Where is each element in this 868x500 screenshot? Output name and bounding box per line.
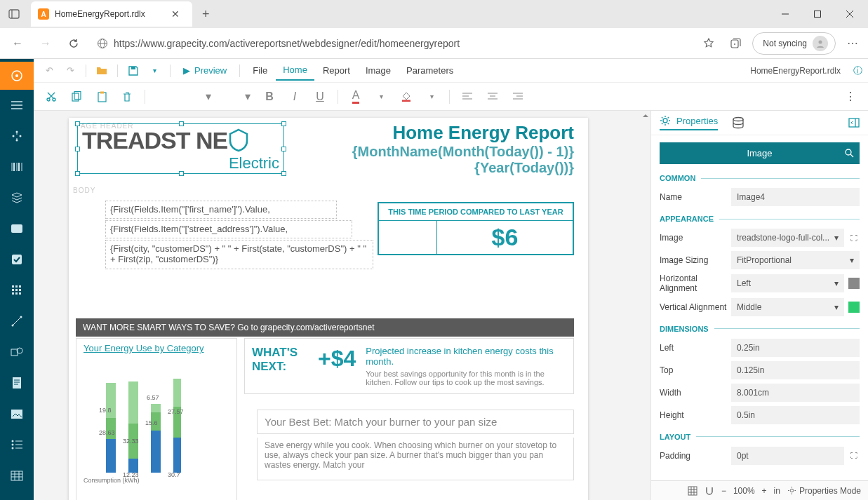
preview-button[interactable]: ▶ Preview [176,65,234,76]
prop-top-input[interactable]: 0.125in [731,361,860,379]
maximize-button[interactable] [802,3,833,25]
zoom-out-button[interactable]: − [721,486,726,496]
collections-icon[interactable] [726,34,745,53]
italic-icon[interactable]: I [284,87,305,107]
gear-icon [660,115,671,126]
rail-layers-icon[interactable] [0,182,34,213]
avatar-icon [813,36,828,51]
grid-toggle-icon[interactable] [688,486,697,496]
save-dropdown-icon[interactable]: ▾ [145,62,164,80]
fill-color-icon[interactable] [396,87,417,107]
font-size-dropdown[interactable]: ▾ [220,88,255,106]
chart-title: Your Energy Use by Category [76,339,236,358]
rail-hamburger-icon[interactable] [0,90,34,121]
svg-point-14 [15,74,18,77]
rail-card-icon[interactable] [0,213,34,244]
save-icon[interactable] [123,62,143,80]
menu-parameters[interactable]: Parameters [399,61,460,80]
rail-table-icon[interactable] [0,460,34,491]
tab-actions-icon[interactable] [3,3,25,25]
refresh-button[interactable] [62,33,86,54]
bold-icon[interactable]: B [259,87,280,107]
rail-image-icon[interactable] [0,398,34,429]
copy-icon[interactable] [66,87,87,107]
font-color-dropdown-icon[interactable]: ▾ [370,87,392,107]
minimize-button[interactable] [770,3,801,25]
search-icon[interactable] [844,148,854,158]
prop-sizing-select[interactable]: FitProportional▾ [731,251,860,269]
menu-file[interactable]: File [246,61,274,80]
collapse-panel-icon[interactable] [848,117,860,128]
svg-rect-30 [15,285,18,288]
left-rail [0,59,34,500]
paste-icon[interactable] [91,87,112,107]
rail-home-icon[interactable] [0,62,34,90]
info-icon[interactable]: ⓘ [853,65,862,77]
undo-icon[interactable]: ↶ [39,62,59,80]
expand-icon[interactable]: ⛶ [848,450,860,461]
more-icon[interactable]: ⋯ [843,34,862,53]
align-right-icon[interactable] [507,87,528,107]
design-canvas-area[interactable]: PAGE HEADER TREADST NE Electric [34,111,650,500]
prop-valign-select[interactable]: Middle▾ [731,298,844,316]
rail-line-icon[interactable] [0,306,34,337]
url-input[interactable]: https://www.grapecity.com/activereportsn… [90,35,695,52]
rail-shape-icon[interactable] [0,337,34,367]
menu-home[interactable]: Home [276,60,314,81]
rail-datastructure-icon[interactable] [0,121,34,151]
favorites-icon[interactable] [699,34,719,53]
prop-left-input[interactable]: 0.25in [731,339,860,357]
fill-color-dropdown-icon[interactable]: ▾ [421,87,442,107]
data-tab-icon[interactable] [732,116,745,129]
rail-list-icon[interactable] [0,429,34,460]
prop-halign-select[interactable]: Left▾ [731,274,844,292]
element-type-header[interactable]: Image [660,142,860,164]
close-window-button[interactable] [834,3,865,25]
menu-image[interactable]: Image [359,61,398,80]
selected-image[interactable]: TREADST NE Electric [77,123,284,174]
expr-citystate: {First(city, "customerDS") + " " + First… [106,241,373,267]
tab-close-icon[interactable]: ✕ [167,7,184,21]
valign-swatch[interactable] [848,302,860,313]
doc-title: HomeEnergyReport.rdlx [750,66,841,76]
menu-report[interactable]: Report [316,61,357,80]
expand-icon[interactable]: ⛶ [848,232,860,243]
properties-mode-button[interactable]: Properties Mode [787,486,861,496]
sync-button[interactable]: Not syncing [752,32,836,55]
delete-icon[interactable] [116,87,138,107]
font-family-dropdown[interactable]: ▾ [152,88,215,106]
new-tab-button[interactable]: + [195,4,217,25]
properties-tab[interactable]: Properties [660,115,718,130]
snap-icon[interactable] [705,486,714,496]
prop-name-input[interactable]: Image4 [731,188,860,206]
svg-point-61 [53,98,55,101]
rail-richtext-icon[interactable] [0,367,34,398]
redo-icon[interactable]: ↷ [60,62,80,80]
toolbar-more-icon[interactable]: ⋮ [840,87,861,107]
prop-width-input[interactable]: 8.001cm [731,384,860,402]
prop-height-input[interactable]: 0.5in [731,406,860,424]
zoom-in-button[interactable]: + [762,486,767,496]
open-folder-icon[interactable] [92,62,112,80]
svg-rect-37 [19,292,21,295]
prop-padding-input[interactable]: 0pt [731,447,844,465]
svg-rect-81 [688,487,697,495]
rail-barcode-icon[interactable] [0,151,34,182]
rail-grid-icon[interactable] [0,275,34,306]
align-center-icon[interactable] [482,87,503,107]
back-button[interactable]: ← [6,33,29,54]
svg-rect-32 [12,289,14,291]
rail-check-icon[interactable] [0,244,34,275]
gear-icon [787,486,796,495]
cut-icon[interactable] [41,87,62,107]
bestbet-head: Your Best Bet: Match your burner to your… [258,410,573,433]
browser-tab[interactable]: A HomeEnergyReport.rdlx ✕ [31,1,192,27]
prop-image-select[interactable]: treadstone-logo-full-col...▾ [731,229,844,247]
unit-label[interactable]: in [774,486,780,496]
scroll-up-icon[interactable] [642,112,649,119]
font-color-icon[interactable]: A [345,87,366,107]
underline-icon[interactable]: U [309,87,330,107]
forward-button[interactable]: → [34,33,58,54]
align-left-icon[interactable] [457,87,478,107]
halign-swatch[interactable] [848,278,860,289]
